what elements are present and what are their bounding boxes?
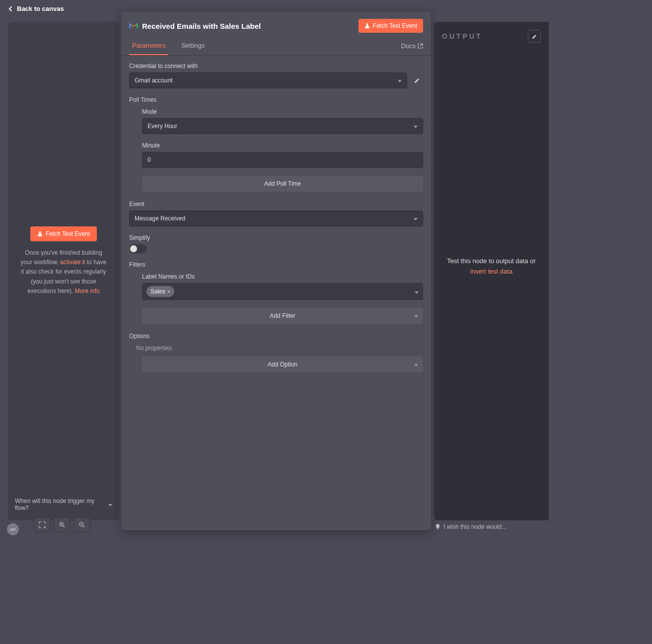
back-label: Back to canvas — [17, 5, 64, 12]
node-title: Received Emails with Sales Label — [129, 22, 261, 30]
footer-text: When will this node trigger my flow? — [15, 498, 108, 511]
mode-select[interactable]: Every Hour — [142, 118, 423, 134]
minute-input[interactable] — [142, 152, 423, 168]
chip-remove-icon[interactable]: × — [167, 288, 170, 294]
event-select[interactable]: Message Received — [129, 211, 423, 226]
tabs: Parameters Settings — [129, 37, 208, 55]
label-chip: Sales × — [146, 286, 174, 297]
mode-value: Every Hour — [147, 123, 177, 130]
gmail-icon — [129, 22, 138, 29]
add-option-button[interactable]: Add Option — [142, 357, 423, 372]
flask-icon — [37, 231, 43, 237]
config-header: Received Emails with Sales Label Fetch T… — [121, 12, 431, 37]
fetch-label: Fetch Test Event — [46, 230, 90, 237]
credential-value: Gmail account — [135, 77, 173, 84]
svg-rect-0 — [129, 23, 131, 28]
chevron-down-icon — [414, 123, 418, 130]
fetch-test-event-button-top[interactable]: Fetch Test Event — [359, 19, 423, 33]
zoom-in-button[interactable] — [54, 517, 71, 532]
event-field: Event Message Received — [129, 201, 423, 226]
tab-parameters[interactable]: Parameters — [129, 37, 168, 55]
docs-label: Docs — [401, 42, 416, 50]
chip-text: Sales — [150, 288, 165, 295]
options-label: Options — [129, 333, 423, 340]
feedback-text: I wish this node would... — [443, 523, 507, 530]
insert-test-data-link[interactable]: insert test data — [470, 268, 512, 275]
poll-times-label: Poll Times — [129, 96, 423, 103]
input-panel: Fetch Test Event Once you've finished bu… — [8, 22, 119, 520]
event-label: Event — [129, 201, 423, 208]
activate-it-link[interactable]: activate it — [60, 259, 85, 266]
avatar[interactable]: MP — [7, 523, 19, 535]
fit-view-button[interactable] — [34, 517, 51, 532]
config-body: Credential to connect with Gmail account… — [121, 56, 431, 530]
credential-label: Credential to connect with — [129, 63, 423, 70]
fetch-test-event-button-left[interactable]: Fetch Test Event — [30, 226, 97, 241]
credential-select[interactable]: Gmail account — [129, 72, 407, 88]
output-body: Test this node to output data or insert … — [442, 256, 541, 277]
canvas-toolbar — [34, 517, 90, 532]
tab-settings[interactable]: Settings — [178, 37, 208, 55]
chevron-down-icon — [414, 215, 418, 222]
chevron-down-icon — [415, 288, 419, 295]
docs-link[interactable]: Docs — [401, 42, 423, 50]
svg-rect-1 — [137, 23, 138, 28]
toggle-knob — [130, 245, 137, 252]
minute-label: Minute — [142, 142, 423, 149]
simplify-label: Simplify — [129, 234, 423, 241]
back-to-canvas[interactable]: Back to canvas — [8, 5, 64, 12]
lightbulb-icon — [435, 524, 440, 530]
add-poll-label: Add Poll Time — [264, 180, 301, 187]
zoom-in-icon — [59, 521, 66, 528]
mode-label: Mode — [142, 108, 423, 115]
feedback-bar[interactable]: I wish this node would... — [435, 523, 507, 530]
simplify-field: Simplify — [129, 234, 423, 253]
input-help-text: Once you've finished building your workf… — [19, 248, 108, 296]
zoom-out-icon — [78, 521, 85, 528]
fullscreen-icon — [39, 521, 46, 528]
input-footer-toggle[interactable]: When will this node trigger my flow? — [14, 495, 113, 514]
edit-output-button[interactable] — [528, 30, 541, 43]
node-config-panel: Received Emails with Sales Label Fetch T… — [121, 12, 431, 530]
no-properties-text: No properties — [129, 345, 423, 352]
poll-times-section: Mode Every Hour Minute Add Poll Time — [129, 108, 423, 192]
add-poll-time-button[interactable]: Add Poll Time — [142, 176, 423, 192]
event-value: Message Received — [135, 215, 185, 222]
edit-credential-button[interactable] — [411, 74, 423, 86]
filters-label: Filters — [129, 261, 423, 268]
add-filter-button[interactable]: Add Filter — [142, 308, 423, 324]
pencil-icon — [414, 77, 421, 84]
output-title: OUTPUT — [442, 32, 483, 40]
add-filter-label: Add Filter — [270, 312, 295, 319]
options-section: Add Option — [129, 357, 423, 372]
arrow-left-icon — [8, 6, 14, 12]
zoom-out-button[interactable] — [73, 517, 90, 532]
label-names-label: Label Names or IDs — [142, 273, 423, 280]
chevron-down-icon — [414, 312, 418, 319]
title-text: Received Emails with Sales Label — [142, 22, 261, 30]
chevron-down-icon — [414, 361, 418, 368]
more-info-link[interactable]: More info — [75, 287, 100, 294]
output-panel: OUTPUT Test this node to output data or … — [434, 22, 549, 520]
filters-section: Label Names or IDs Sales × Add Filter — [129, 273, 423, 324]
chevron-down-icon — [108, 501, 112, 508]
flask-icon — [364, 23, 370, 29]
tab-row: Parameters Settings Docs — [121, 37, 431, 56]
pencil-icon — [531, 33, 538, 40]
simplify-toggle[interactable] — [129, 244, 147, 253]
input-body: Fetch Test Event Once you've finished bu… — [14, 28, 113, 495]
chevron-down-icon — [398, 77, 402, 84]
fetch-label-top: Fetch Test Event — [373, 22, 417, 29]
external-link-icon — [418, 43, 423, 49]
output-text: Test this node to output data or — [447, 257, 536, 265]
output-header: OUTPUT — [442, 30, 541, 43]
add-option-label: Add Option — [268, 361, 297, 368]
label-names-select[interactable]: Sales × — [142, 283, 423, 300]
credential-field: Credential to connect with Gmail account — [129, 63, 423, 88]
